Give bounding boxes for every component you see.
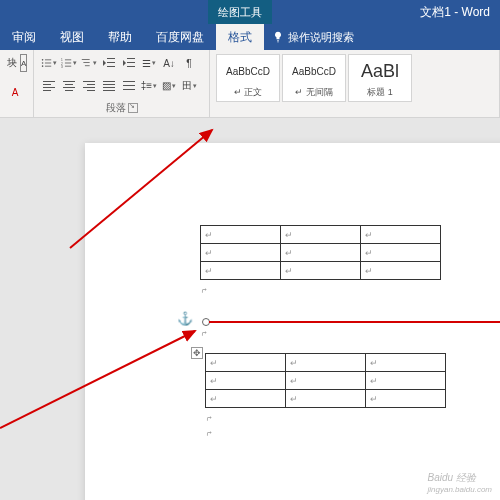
watermark-sub: jingyan.baidu.com <box>428 485 492 494</box>
table-row[interactable]: ↵↵↵ <box>201 262 441 280</box>
paragraph-dialog-launcher[interactable] <box>128 103 138 113</box>
tab-help[interactable]: 帮助 <box>96 24 144 50</box>
svg-rect-19 <box>127 62 135 63</box>
shading-button[interactable]: ▨▾ <box>160 77 178 95</box>
svg-rect-15 <box>107 58 115 59</box>
svg-rect-17 <box>107 66 115 67</box>
align-right-button[interactable] <box>80 77 98 95</box>
svg-rect-37 <box>123 81 135 82</box>
svg-point-0 <box>42 59 44 61</box>
style-heading1[interactable]: AaBl 标题 1 <box>348 54 412 102</box>
table-row[interactable]: ↵↵↵ <box>206 372 446 390</box>
document-area[interactable]: ↵↵↵ ↵↵↵ ↵↵↵ ⤶ ⚓ ⤶ ✥ ↵↵↵ ↵↵↵ ↵↵↵ ⤶ ⤶ <box>0 118 500 500</box>
svg-rect-22 <box>43 84 51 85</box>
svg-rect-38 <box>123 85 135 86</box>
style-name: ↵ 正文 <box>219 86 277 99</box>
show-marks-button[interactable]: ¶ <box>180 54 198 72</box>
svg-rect-11 <box>65 66 71 67</box>
svg-rect-24 <box>43 90 51 91</box>
svg-rect-27 <box>63 87 75 88</box>
paragraph-mark: ⤶ <box>205 413 213 423</box>
tab-baidu-netdisk[interactable]: 百度网盘 <box>144 24 216 50</box>
watermark-main: Baidu 经验 <box>428 472 476 483</box>
svg-text:3: 3 <box>61 65 63 69</box>
svg-rect-16 <box>107 62 115 63</box>
svg-rect-39 <box>123 89 135 90</box>
multilevel-list-button[interactable]: ▾ <box>80 54 98 72</box>
svg-point-4 <box>42 65 44 67</box>
svg-rect-14 <box>85 65 90 66</box>
table-move-handle[interactable]: ✥ <box>191 347 203 359</box>
ribbon: 块 A A ▾ 123▾ ▾ ☰▾ A↓ ¶ ‡≡▾ ▨▾ 田▾ <box>0 50 500 118</box>
tell-me-search[interactable]: 操作说明搜索 <box>264 24 362 50</box>
increase-indent-button[interactable] <box>120 54 138 72</box>
svg-point-2 <box>42 62 44 64</box>
document-title: 文档1 - Word <box>420 4 490 21</box>
anchor-icon[interactable]: ⚓ <box>177 311 193 326</box>
svg-rect-28 <box>65 90 73 91</box>
paragraph-group: ▾ 123▾ ▾ ☰▾ A↓ ¶ ‡≡▾ ▨▾ 田▾ 段落 <box>34 50 210 117</box>
svg-rect-20 <box>127 66 135 67</box>
numbering-button[interactable]: 123▾ <box>60 54 78 72</box>
svg-rect-1 <box>45 59 51 60</box>
align-center-button[interactable] <box>60 77 78 95</box>
contextual-tab-drawing-tools[interactable]: 绘图工具 <box>208 0 272 24</box>
watermark: Baidu 经验 jingyan.baidu.com <box>428 471 492 494</box>
style-no-spacing[interactable]: AaBbCcD ↵ 无间隔 <box>282 54 346 102</box>
table-2[interactable]: ↵↵↵ ↵↵↵ ↵↵↵ <box>205 353 446 408</box>
table-row[interactable]: ↵↵↵ <box>201 226 441 244</box>
page[interactable]: ↵↵↵ ↵↵↵ ↵↵↵ ⤶ ⚓ ⤶ ✥ ↵↵↵ ↵↵↵ ↵↵↵ ⤶ ⤶ <box>85 143 500 500</box>
svg-rect-29 <box>83 81 95 82</box>
svg-rect-26 <box>65 84 73 85</box>
style-name: 标题 1 <box>351 86 409 99</box>
align-left-button[interactable] <box>40 77 58 95</box>
tab-view[interactable]: 视图 <box>48 24 96 50</box>
svg-rect-32 <box>87 90 95 91</box>
svg-rect-3 <box>45 63 51 64</box>
bullets-button[interactable]: ▾ <box>40 54 58 72</box>
svg-rect-30 <box>87 84 95 85</box>
style-normal[interactable]: AaBbCcD ↵ 正文 <box>216 54 280 102</box>
svg-rect-25 <box>63 81 75 82</box>
table-row[interactable]: ↵↵↵ <box>201 244 441 262</box>
svg-rect-9 <box>65 63 71 64</box>
enclose-chars-button[interactable]: A <box>20 54 27 72</box>
svg-rect-35 <box>103 87 115 88</box>
tab-review[interactable]: 审阅 <box>0 24 48 50</box>
line-spacing-button[interactable]: ‡≡▾ <box>140 77 158 95</box>
font-color-button[interactable]: A <box>6 84 24 102</box>
paragraph-mark: ⤶ <box>200 328 208 338</box>
style-preview: AaBbCcD <box>219 57 277 86</box>
svg-rect-23 <box>43 87 55 88</box>
paragraph-group-label: 段落 <box>40 99 203 115</box>
svg-rect-5 <box>45 66 51 67</box>
table-row[interactable]: ↵↵↵ <box>206 354 446 372</box>
svg-rect-36 <box>103 90 115 91</box>
svg-rect-7 <box>65 59 71 60</box>
asian-layout-button[interactable]: ☰▾ <box>140 54 158 72</box>
borders-button[interactable]: 田▾ <box>180 77 198 95</box>
tab-format[interactable]: 格式 <box>216 24 264 50</box>
table-row[interactable]: ↵↵↵ <box>206 390 446 408</box>
decrease-indent-button[interactable] <box>100 54 118 72</box>
svg-rect-33 <box>103 81 115 82</box>
ribbon-tabs: 审阅 视图 帮助 百度网盘 格式 操作说明搜索 <box>0 24 500 50</box>
character-shading-button[interactable]: 块 <box>6 54 18 72</box>
distributed-button[interactable] <box>120 77 138 95</box>
font-group: 块 A A <box>0 50 34 117</box>
style-preview: AaBl <box>351 57 409 86</box>
svg-rect-12 <box>82 59 90 60</box>
paragraph-mark: ⤶ <box>205 428 213 438</box>
style-preview: AaBbCcD <box>285 57 343 86</box>
table-1[interactable]: ↵↵↵ ↵↵↵ ↵↵↵ <box>200 225 441 280</box>
sort-button[interactable]: A↓ <box>160 54 178 72</box>
style-gallery: AaBbCcD ↵ 正文 AaBbCcD ↵ 无间隔 AaBl 标题 1 <box>216 54 493 102</box>
drawn-line[interactable] <box>209 321 500 323</box>
title-bar: 绘图工具 文档1 - Word <box>0 0 500 24</box>
svg-rect-31 <box>83 87 95 88</box>
tell-me-label: 操作说明搜索 <box>288 30 354 45</box>
style-name: ↵ 无间隔 <box>285 86 343 99</box>
styles-group: AaBbCcD ↵ 正文 AaBbCcD ↵ 无间隔 AaBl 标题 1 <box>210 50 500 117</box>
justify-button[interactable] <box>100 77 118 95</box>
svg-rect-18 <box>127 58 135 59</box>
